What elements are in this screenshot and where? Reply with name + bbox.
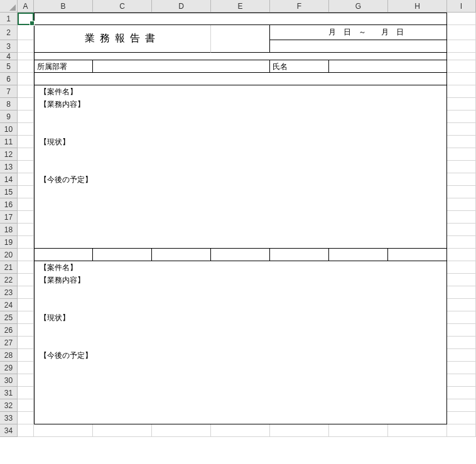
col-header-H[interactable]: H [388, 0, 447, 13]
row-header-14[interactable]: 14 [0, 173, 18, 186]
row-header-20[interactable]: 20 [0, 249, 18, 261]
row-header-24[interactable]: 24 [0, 299, 18, 311]
row6-box[interactable] [34, 73, 447, 85]
row-header-31[interactable]: 31 [0, 387, 18, 399]
cell-F34[interactable] [270, 424, 329, 437]
cell-A13[interactable] [18, 161, 34, 173]
cell-A22[interactable] [18, 274, 34, 286]
cell-H34[interactable] [388, 424, 447, 437]
col-header-I[interactable]: I [447, 0, 476, 13]
row-header-15[interactable]: 15 [0, 186, 18, 198]
cell-I3[interactable] [447, 40, 476, 53]
cell-I32[interactable] [447, 399, 476, 412]
cell-I12[interactable] [447, 148, 476, 161]
cell-I13[interactable] [447, 161, 476, 173]
row-header-30[interactable]: 30 [0, 374, 18, 387]
cell-A14[interactable] [18, 173, 34, 186]
row-header-10[interactable]: 10 [0, 123, 18, 136]
cell-I20[interactable] [447, 249, 476, 261]
cell-A21[interactable] [18, 261, 34, 274]
cell-I27[interactable] [447, 337, 476, 349]
row-header-12[interactable]: 12 [0, 148, 18, 161]
cell-A11[interactable] [18, 136, 34, 148]
cell-I30[interactable] [447, 374, 476, 387]
row-header-33[interactable]: 33 [0, 412, 18, 424]
cell-I14[interactable] [447, 173, 476, 186]
row-header-27[interactable]: 27 [0, 337, 18, 349]
cell-E34[interactable] [211, 424, 270, 437]
row20-D[interactable] [152, 249, 211, 261]
cell-A2[interactable] [18, 25, 34, 40]
date-range-cell[interactable]: 月 日 ～ 月 日 [270, 25, 447, 40]
cell-B34[interactable] [34, 424, 93, 437]
cell-I26[interactable] [447, 324, 476, 337]
cell-I10[interactable] [447, 123, 476, 136]
cell-A6[interactable] [18, 73, 34, 85]
cell-A4[interactable] [18, 53, 34, 60]
row-header-1[interactable]: 1 [0, 13, 18, 25]
cell-A8[interactable] [18, 98, 34, 111]
row-header-26[interactable]: 26 [0, 324, 18, 337]
col-header-G[interactable]: G [329, 0, 388, 13]
row-header-4[interactable]: 4 [0, 53, 18, 60]
row-header-6[interactable]: 6 [0, 73, 18, 85]
cell-I2[interactable] [447, 25, 476, 40]
cell-A7[interactable] [18, 85, 34, 98]
cell-I4[interactable] [447, 53, 476, 60]
cell-I31[interactable] [447, 387, 476, 399]
cell-I5[interactable] [447, 60, 476, 73]
title-right-gap[interactable] [211, 25, 270, 53]
row20-C[interactable] [93, 249, 152, 261]
cell-A28[interactable] [18, 349, 34, 362]
cell-A25[interactable] [18, 311, 34, 324]
cell-I25[interactable] [447, 311, 476, 324]
cell-D34[interactable] [152, 424, 211, 437]
cell-I22[interactable] [447, 274, 476, 286]
cell-A31[interactable] [18, 387, 34, 399]
row-header-29[interactable]: 29 [0, 362, 18, 374]
row-header-17[interactable]: 17 [0, 211, 18, 224]
col-header-B[interactable]: B [34, 0, 93, 13]
cell-C34[interactable] [93, 424, 152, 437]
cell-A9[interactable] [18, 111, 34, 123]
cell-I15[interactable] [447, 186, 476, 198]
row20-G[interactable] [329, 249, 388, 261]
row20-H[interactable] [388, 249, 447, 261]
cell-A1[interactable] [18, 13, 34, 25]
row-header-21[interactable]: 21 [0, 261, 18, 274]
col-header-E[interactable]: E [211, 0, 270, 13]
cell-A17[interactable] [18, 211, 34, 224]
row-header-19[interactable]: 19 [0, 236, 18, 249]
cell-A29[interactable] [18, 362, 34, 374]
col-header-F[interactable]: F [270, 0, 329, 13]
row-header-16[interactable]: 16 [0, 198, 18, 211]
row1-box[interactable] [34, 13, 447, 25]
row20-E[interactable] [211, 249, 270, 261]
cell-A19[interactable] [18, 236, 34, 249]
select-all-corner[interactable] [0, 0, 18, 13]
cell-I6[interactable] [447, 73, 476, 85]
cell-I11[interactable] [447, 136, 476, 148]
cell-A26[interactable] [18, 324, 34, 337]
cell-A16[interactable] [18, 198, 34, 211]
cell-I18[interactable] [447, 224, 476, 236]
spacer-row4[interactable] [34, 53, 447, 60]
cell-I33[interactable] [447, 412, 476, 424]
cell-G34[interactable] [329, 424, 388, 437]
section2-block[interactable]: 【案件名】【業務内容】【現状】【今後の予定】 [34, 261, 447, 424]
cell-A27[interactable] [18, 337, 34, 349]
row-header-3[interactable]: 3 [0, 40, 18, 53]
cell-I17[interactable] [447, 211, 476, 224]
cell-I21[interactable] [447, 261, 476, 274]
row-header-28[interactable]: 28 [0, 349, 18, 362]
row-header-9[interactable]: 9 [0, 111, 18, 123]
row-header-2[interactable]: 2 [0, 25, 18, 40]
cell-A12[interactable] [18, 148, 34, 161]
col-header-C[interactable]: C [93, 0, 152, 13]
row-header-8[interactable]: 8 [0, 98, 18, 111]
row-header-23[interactable]: 23 [0, 286, 18, 299]
cell-A23[interactable] [18, 286, 34, 299]
cell-I24[interactable] [447, 299, 476, 311]
row-header-32[interactable]: 32 [0, 399, 18, 412]
cell-A18[interactable] [18, 224, 34, 236]
